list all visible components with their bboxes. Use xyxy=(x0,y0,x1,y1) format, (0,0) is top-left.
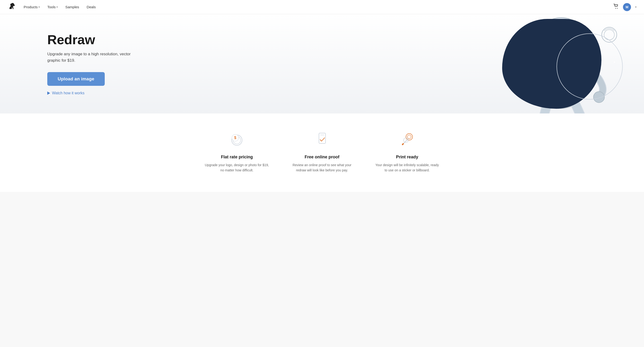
flat-rate-desc: Upgrade your logo, design or photo for $… xyxy=(204,162,270,173)
svg-point-1 xyxy=(617,8,618,9)
watch-link[interactable]: Watch how it works xyxy=(47,91,137,95)
features-section: $ Flat rate pricing Upgrade your logo, d… xyxy=(0,114,644,192)
chevron-down-icon: ▾ xyxy=(56,6,58,8)
free-proof-desc: Review an online proof to see what your … xyxy=(289,162,355,173)
paint-brush-icon xyxy=(398,130,416,149)
svg-text:$: $ xyxy=(234,136,236,140)
free-proof-title: Free online proof xyxy=(289,154,355,160)
logo[interactable] xyxy=(8,2,16,12)
svg-point-26 xyxy=(547,17,548,18)
hero-title: Redraw xyxy=(47,32,137,47)
nav-links: Products ▾ Tools ▾ Samples Deals xyxy=(24,5,614,9)
user-chevron-icon: ▾ xyxy=(635,6,636,8)
play-icon xyxy=(47,92,50,95)
illustration-circle xyxy=(556,33,623,100)
print-ready-desc: Your design will be infinitely scalable,… xyxy=(374,162,440,173)
nav-item-samples[interactable]: Samples xyxy=(65,5,79,9)
feature-print-ready: Print ready Your design will be infinite… xyxy=(374,130,440,173)
user-avatar[interactable]: M xyxy=(623,3,631,11)
svg-point-39 xyxy=(407,135,411,139)
hero-section: Redraw Upgrade any image to a high resol… xyxy=(0,14,644,114)
feature-free-proof: Free online proof Review an online proof… xyxy=(289,130,355,173)
feature-flat-rate: $ Flat rate pricing Upgrade your logo, d… xyxy=(204,130,270,173)
hero-illustration: M xyxy=(493,14,630,114)
chevron-down-icon: ▾ xyxy=(38,6,40,8)
svg-point-38 xyxy=(406,134,412,140)
upload-image-button[interactable]: Upload an image xyxy=(47,72,105,86)
hero-content: Redraw Upgrade any image to a high resol… xyxy=(47,32,137,95)
print-ready-title: Print ready xyxy=(374,154,440,160)
svg-point-0 xyxy=(616,8,616,9)
nav-item-deals[interactable]: Deals xyxy=(87,5,96,9)
logo-icon xyxy=(8,2,16,11)
nav-item-tools[interactable]: Tools ▾ xyxy=(47,5,58,9)
hero-subtitle: Upgrade any image to a high resolution, … xyxy=(47,51,137,64)
cart-icon[interactable] xyxy=(614,4,619,10)
svg-point-30 xyxy=(619,48,620,49)
flat-rate-title: Flat rate pricing xyxy=(204,154,270,160)
dollar-coin-icon: $ xyxy=(228,130,246,149)
nav-item-products[interactable]: Products ▾ xyxy=(24,5,40,9)
navbar: Products ▾ Tools ▾ Samples Deals M ▾ xyxy=(0,0,644,14)
svg-point-40 xyxy=(404,138,408,142)
phone-check-icon xyxy=(312,130,332,149)
nav-right: M ▾ xyxy=(614,3,636,11)
